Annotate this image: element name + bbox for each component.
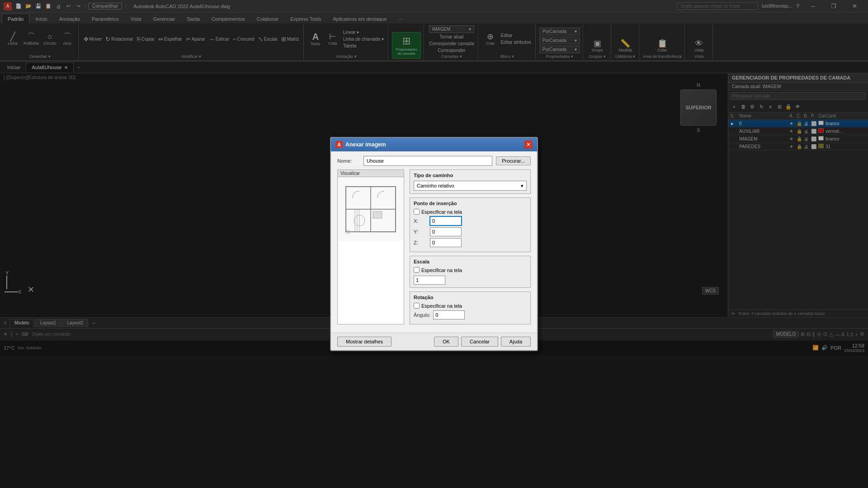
dialog: A Anexar imagem ✕ Nome: Procurar... Visu…: [330, 137, 538, 351]
angle-field-row: Ângulo:: [414, 310, 527, 319]
details-button[interactable]: Mostrar detalhes: [337, 337, 392, 347]
angle-input[interactable]: [433, 310, 465, 319]
dialog-close-button[interactable]: ✕: [524, 141, 533, 149]
insert-point-section: Ponto de inserção Especificar na tela X:…: [410, 197, 531, 252]
scale-input[interactable]: [414, 276, 445, 285]
cancel-button[interactable]: Cancelar: [461, 337, 498, 347]
name-row: Nome: Procurar...: [337, 156, 531, 166]
angle-label: Ângulo:: [414, 312, 430, 318]
dialog-body: Nome: Procurar... Visualizar: [331, 151, 537, 333]
preview-header: Visualizar: [338, 170, 404, 177]
dropdown-arrow: ▾: [521, 183, 524, 189]
name-label: Nome:: [337, 158, 360, 164]
insert-point-title: Ponto de inserção: [414, 201, 527, 206]
scale-specify-checkbox[interactable]: [414, 267, 420, 273]
insert-specify-row: Especificar na tela: [414, 209, 527, 215]
path-type-section: Tipo de caminho Caminho relativo ▾: [410, 169, 531, 194]
modal-overlay: A Anexar imagem ✕ Nome: Procurar... Visu…: [0, 0, 868, 488]
scale-specify-label: Especificar na tela: [421, 267, 462, 273]
preview-panel: Visualizar: [337, 169, 404, 324]
rotation-section: Rotação Especificar na tela Ângulo:: [410, 291, 531, 324]
rotation-specify-checkbox[interactable]: [414, 303, 420, 309]
rotation-specify-label: Especificar na tela: [421, 303, 462, 309]
name-input[interactable]: [363, 156, 492, 166]
insert-specify-checkbox[interactable]: [414, 209, 420, 215]
preview-svg: [341, 180, 400, 239]
z-field-row: Z:: [414, 238, 527, 247]
rotation-title: Rotação: [414, 295, 527, 300]
path-type-dropdown[interactable]: Caminho relativo ▾: [414, 181, 527, 191]
dialog-title: Anexar imagem: [345, 141, 386, 148]
scale-title: Escala: [414, 259, 527, 264]
y-field-row: Y:: [414, 227, 527, 236]
rotation-specify-row: Especificar na tela: [414, 303, 527, 309]
x-label: X:: [414, 218, 427, 224]
dialog-icon: A: [335, 141, 343, 148]
dialog-footer: Mostrar detalhes OK Cancelar Ajuda: [331, 333, 537, 350]
z-label: Z:: [414, 240, 427, 245]
x-input[interactable]: [430, 216, 462, 225]
dialog-columns: Visualizar: [337, 169, 531, 324]
insert-specify-label: Especificar na tela: [421, 209, 462, 215]
procurar-button[interactable]: Procurar...: [496, 156, 531, 165]
dialog-right-col: Tipo de caminho Caminho relativo ▾ Ponto…: [410, 169, 531, 324]
dialog-titlebar: A Anexar imagem ✕: [331, 138, 537, 151]
svg-rect-6: [373, 211, 382, 218]
preview-area: [338, 177, 404, 241]
ok-button[interactable]: OK: [434, 337, 458, 347]
scale-section: Escala Especificar na tela: [410, 256, 531, 288]
y-input[interactable]: [430, 227, 462, 236]
x-field-row: X:: [414, 216, 527, 225]
scale-specify-row: Especificar na tela: [414, 267, 527, 273]
y-label: Y:: [414, 229, 427, 235]
path-type-value: Caminho relativo: [417, 183, 454, 188]
z-input[interactable]: [430, 238, 462, 247]
help-button[interactable]: Ajuda: [501, 337, 531, 347]
path-type-title: Tipo de caminho: [414, 173, 527, 178]
